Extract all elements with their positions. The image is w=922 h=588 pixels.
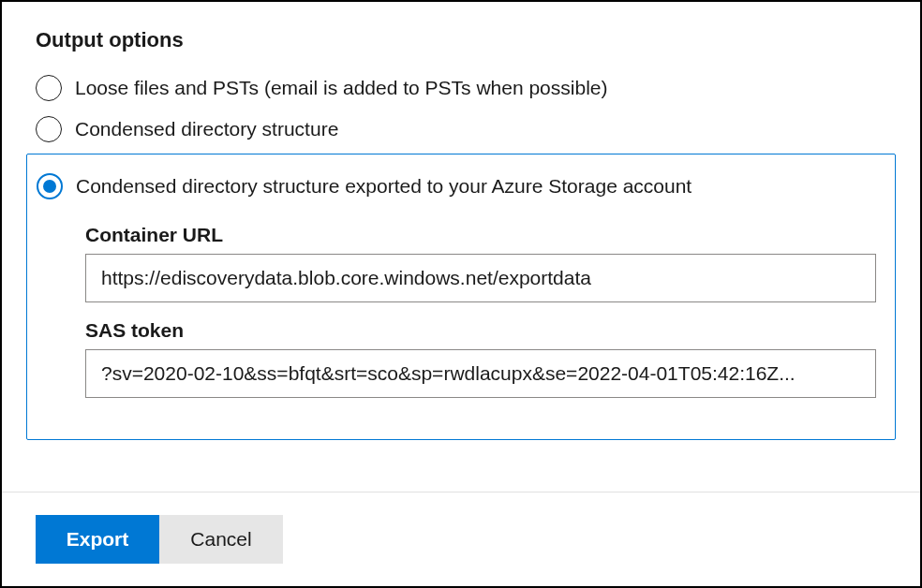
cancel-button[interactable]: Cancel bbox=[159, 515, 283, 564]
sas-token-field-group: SAS token bbox=[85, 319, 876, 398]
dialog-footer: Export Cancel bbox=[2, 492, 920, 586]
container-url-field-group: Container URL bbox=[85, 224, 876, 302]
radio-option-loose-files[interactable]: Loose files and PSTs (email is added to … bbox=[36, 67, 886, 109]
container-url-label: Container URL bbox=[85, 224, 876, 246]
sas-token-label: SAS token bbox=[85, 319, 876, 342]
output-options-section: Output options Loose files and PSTs (ema… bbox=[2, 2, 920, 440]
radio-unselected-icon bbox=[36, 75, 62, 101]
azure-fields: Container URL SAS token bbox=[85, 224, 876, 398]
radio-label: Loose files and PSTs (email is added to … bbox=[75, 77, 607, 99]
radio-selected-icon bbox=[37, 173, 63, 199]
selected-option-panel: Condensed directory structure exported t… bbox=[26, 154, 896, 440]
radio-label: Condensed directory structure bbox=[75, 118, 338, 140]
export-button[interactable]: Export bbox=[36, 515, 159, 564]
radio-option-condensed-azure[interactable]: Condensed directory structure exported t… bbox=[37, 166, 885, 207]
sas-token-input[interactable] bbox=[85, 349, 876, 398]
radio-dot-icon bbox=[43, 180, 56, 193]
radio-option-condensed[interactable]: Condensed directory structure bbox=[36, 109, 886, 150]
radio-label: Condensed directory structure exported t… bbox=[76, 175, 692, 198]
container-url-input[interactable] bbox=[85, 254, 876, 302]
radio-unselected-icon bbox=[36, 116, 62, 142]
section-title: Output options bbox=[36, 28, 886, 52]
